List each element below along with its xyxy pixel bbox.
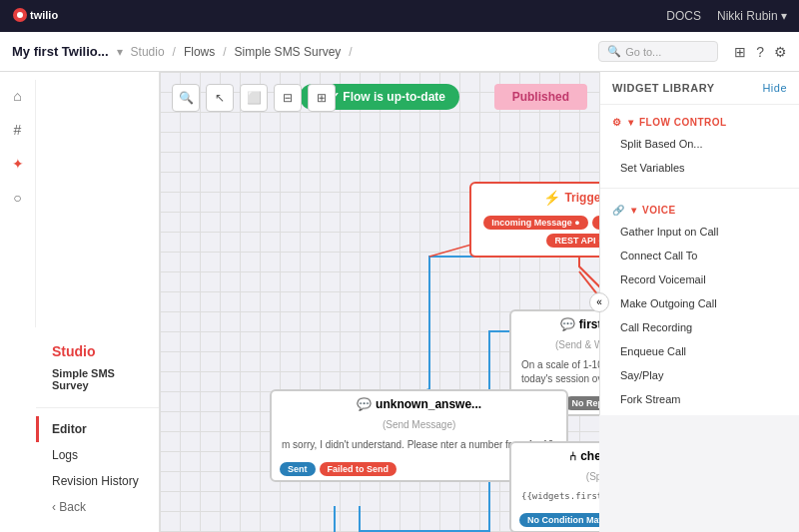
breadcrumb-sep1: Studio xyxy=(131,45,165,59)
main-layout: ⌂ # ✦ ○ Studio Simple SMS Survey Editor … xyxy=(0,72,799,532)
trigger-header: ⚡ Trigger ? ⚙ xyxy=(471,184,599,212)
sidebar-back-button[interactable]: ‹ Back xyxy=(36,494,159,520)
topbar-left: twilio xyxy=(12,7,72,26)
tool-icon[interactable]: ✦ xyxy=(12,156,24,172)
say-play-item[interactable]: Say/Play xyxy=(600,363,799,387)
sep1: / xyxy=(173,45,176,59)
docs-link[interactable]: DOCS xyxy=(666,9,701,23)
connect-call-item[interactable]: Connect Call To xyxy=(600,244,799,267)
ua-chat-icon: 💬 xyxy=(357,397,372,411)
ua-sent-tag[interactable]: Sent xyxy=(280,462,316,476)
canvas[interactable]: 🔍 ↖ ⬜ ⊟ ⊞ ✓ ✓ Flow is up-to-date Publish… xyxy=(160,72,599,532)
fq-body: On a scale of 1-10, how would you rate t… xyxy=(511,352,599,392)
hide-panel-button[interactable]: Hide xyxy=(762,82,787,94)
search-tool[interactable]: 🔍 xyxy=(172,84,200,112)
sidebar-item-editor[interactable]: Editor xyxy=(36,416,159,442)
cr-title: check_response... xyxy=(580,449,599,463)
fork-stream-item[interactable]: Fork Stream xyxy=(600,387,799,411)
search-placeholder: Go to... xyxy=(625,46,661,58)
trigger-badges: Incoming Message ● Incoming Call ● REST … xyxy=(471,212,599,256)
app-name[interactable]: My first Twilio... xyxy=(12,44,109,59)
flow-control-section: ⚙ ▾ FLOW CONTROL Split Based On... Set V… xyxy=(600,105,799,184)
user-chevron: ▾ xyxy=(781,9,787,23)
ua-subtext: (Send Message) xyxy=(272,417,566,432)
svg-text:twilio: twilio xyxy=(30,9,58,21)
fq-subtext: (Send & Wait For Reply) xyxy=(511,337,599,352)
fq-title: first_question xyxy=(579,317,599,331)
breadcrumb-survey[interactable]: Simple SMS Survey xyxy=(235,45,342,59)
cr-no-condition-tag[interactable]: No Condition Matches xyxy=(519,513,599,527)
settings-icon[interactable]: ⚙ xyxy=(774,44,787,60)
voice-icon: 🔗 xyxy=(612,205,625,216)
sidebar: ⌂ # ✦ ○ Studio Simple SMS Survey Editor … xyxy=(0,72,160,532)
incoming-call-badge[interactable]: Incoming Call ● xyxy=(592,216,599,230)
status-label: ✓ Flow is up-to-date xyxy=(330,90,445,104)
circle-icon[interactable]: ○ xyxy=(13,190,21,206)
fq-header: 💬 first_question xyxy=(511,311,599,337)
make-outgoing-item[interactable]: Make Outgoing Call xyxy=(600,291,799,315)
sep2: / xyxy=(223,45,226,59)
ua-header: 💬 unknown_answe... xyxy=(272,391,566,417)
sidebar-item-logs[interactable]: Logs xyxy=(36,442,159,468)
rest-api-badge[interactable]: REST API ● xyxy=(546,234,599,248)
trigger-node[interactable]: ⚡ Trigger ? ⚙ Incoming Message ● Incomin… xyxy=(469,182,599,258)
gather-input-item[interactable]: Gather Input on Call xyxy=(600,220,799,244)
cr-split-icon: ⑃ xyxy=(569,449,576,463)
record-voicemail-item[interactable]: Record Voicemail xyxy=(600,267,799,291)
voice-label: VOICE xyxy=(642,205,676,216)
right-panel-wrapper: « WIDGET LIBRARY Hide ⚙ ▾ FLOW CONTROL S… xyxy=(599,72,799,532)
sep3: / xyxy=(349,45,352,59)
sidebar-title: Studio xyxy=(36,335,159,363)
check-response-node[interactable]: ⑃ check_response... (Split Based On...) … xyxy=(509,441,599,532)
cr-footer: No Condition Matches 1-10 NEW xyxy=(511,509,599,531)
fq-chat-icon: 💬 xyxy=(560,317,575,331)
voice-section: 🔗 ▾ VOICE Gather Input on Call Connect C… xyxy=(600,193,799,415)
home-icon[interactable]: ⌂ xyxy=(13,88,21,104)
cr-header: ⑃ check_response... xyxy=(511,443,599,469)
split-based-on-item[interactable]: Split Based On... xyxy=(600,132,799,156)
logs-label: Logs xyxy=(52,448,78,462)
sidebar-subtitle: Simple SMS Survey xyxy=(36,363,159,399)
topbar-right: DOCS Nikki Rubin ▾ xyxy=(666,9,787,23)
flow-control-arrow: ▾ xyxy=(628,117,634,128)
flow-control-icon: ⚙ xyxy=(612,117,622,128)
hash-icon[interactable]: # xyxy=(14,122,22,138)
breadcrumb-flows[interactable]: Flows xyxy=(184,45,215,59)
sidebar-item-revision-history[interactable]: Revision History xyxy=(36,468,159,494)
published-button[interactable]: Published xyxy=(494,84,587,110)
question-icon[interactable]: ? xyxy=(756,44,764,60)
enqueue-call-item[interactable]: Enqueue Call xyxy=(600,339,799,363)
fq-noreply-tag[interactable]: No Reply xyxy=(564,396,599,410)
user-menu[interactable]: Nikki Rubin ▾ xyxy=(717,9,787,23)
collapse-panel-button[interactable]: « xyxy=(589,292,609,312)
grid-tool[interactable]: ⊞ xyxy=(308,84,336,112)
editor-label: Editor xyxy=(52,422,87,436)
flow-control-label: FLOW CONTROL xyxy=(639,117,727,128)
revision-label: Revision History xyxy=(52,474,139,488)
top-bar: twilio DOCS Nikki Rubin ▾ xyxy=(0,0,799,32)
canvas-toolbar: 🔍 ↖ ⬜ ⊟ ⊞ xyxy=(172,84,336,112)
right-panel: WIDGET LIBRARY Hide ⚙ ▾ FLOW CONTROL Spl… xyxy=(599,72,799,415)
cursor-tool[interactable]: ↖ xyxy=(206,84,234,112)
ua-failed-tag[interactable]: Failed to Send xyxy=(320,462,398,476)
set-variables-item[interactable]: Set Variables xyxy=(600,156,799,180)
call-recording-item[interactable]: Call Recording xyxy=(600,315,799,339)
search-icon: 🔍 xyxy=(607,45,621,58)
breadcrumb-icons: ⊞ ? ⚙ xyxy=(734,44,787,60)
svg-point-1 xyxy=(17,12,23,18)
trigger-title: Trigger xyxy=(564,191,599,205)
search-bar[interactable]: 🔍 Go to... xyxy=(598,41,718,62)
flow-control-header[interactable]: ⚙ ▾ FLOW CONTROL xyxy=(600,109,799,132)
grid-icon[interactable]: ⊞ xyxy=(734,44,746,60)
layout-tool[interactable]: ⊟ xyxy=(274,84,302,112)
incoming-message-badge[interactable]: Incoming Message ● xyxy=(483,216,587,230)
frame-tool[interactable]: ⬜ xyxy=(240,84,268,112)
breadcrumb-bar: My first Twilio... ▾ Studio / Flows / Si… xyxy=(0,32,799,72)
panel-header: WIDGET LIBRARY Hide xyxy=(600,72,799,105)
cr-subtext: (Split Based On...) xyxy=(511,469,599,484)
ua-title: unknown_answe... xyxy=(376,397,481,411)
user-label: Nikki Rubin xyxy=(717,9,778,23)
voice-header[interactable]: 🔗 ▾ VOICE xyxy=(600,197,799,220)
widget-library-label: WIDGET LIBRARY xyxy=(612,82,715,94)
twilio-logo[interactable]: twilio xyxy=(12,7,72,26)
